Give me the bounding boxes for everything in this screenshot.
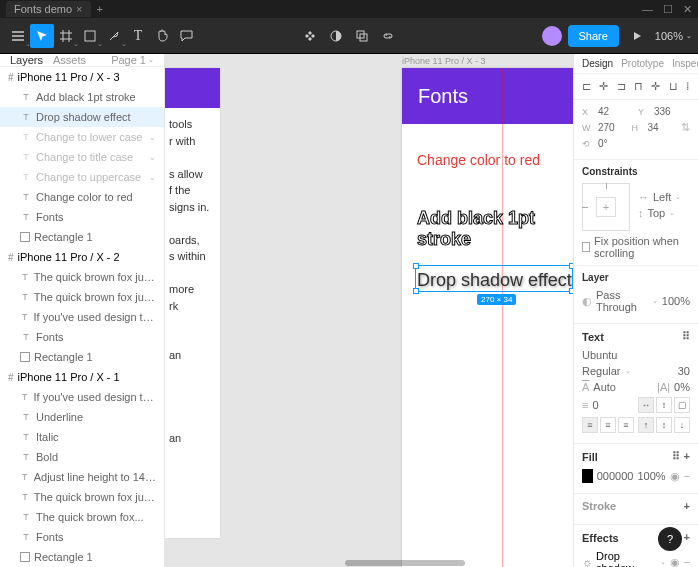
x-input[interactable]: 42 [598,106,634,117]
h-input[interactable]: 34 [648,122,678,133]
layer-item[interactable]: TIf you've used design tools be... [0,307,164,327]
close-tab-icon[interactable]: × [76,3,82,15]
layer-item[interactable]: TUnderline [0,407,164,427]
fill-visibility-icon[interactable]: ◉ [670,470,680,483]
layer-item[interactable]: TDrop shadow effect [0,107,164,127]
hand-tool[interactable] [150,24,174,48]
add-fill-icon[interactable]: + [684,450,690,463]
constraint-h[interactable]: Left [653,191,671,203]
chevron-down-icon[interactable]: ⌄ [149,173,156,182]
frame-layer[interactable]: #iPhone 11 Pro / X - 1 [0,367,164,387]
text-valign-top-icon[interactable]: ↑ [638,417,654,433]
effect-settings-icon[interactable]: ☼ [582,556,592,567]
layer-item[interactable]: TThe quick brown fox jumped.... [0,287,164,307]
add-effect-icon[interactable]: + [684,531,690,544]
effect-1[interactable]: Drop shadow [596,550,655,567]
frame-tool[interactable] [54,24,78,48]
layer-item[interactable]: TThe quick brown fox jumped.... [0,487,164,507]
tab-assets[interactable]: Assets [53,54,86,66]
layer-item[interactable]: TChange color to red [0,187,164,207]
minimize-icon[interactable]: — [642,3,653,16]
boolean-tool[interactable] [350,24,374,48]
tab-prototype[interactable]: Prototype [621,58,664,69]
move-tool[interactable] [30,24,54,48]
add-stroke-icon[interactable]: + [684,500,690,512]
tab-layers[interactable]: Layers [10,54,43,66]
text-align-left-icon[interactable]: ≡ [582,417,598,433]
canvas[interactable]: tools r with s allow f the signs in. oar… [165,54,573,567]
align-left-icon[interactable]: ⊏ [582,80,591,93]
text-align-center-icon[interactable]: ≡ [600,417,616,433]
layer-item[interactable]: TBold [0,447,164,467]
align-hcenter-icon[interactable]: ✛ [599,80,608,93]
fixed-size-icon[interactable]: ▢ [674,397,690,413]
add-tab-button[interactable]: + [97,3,103,15]
layer-item[interactable]: TChange to title case⌄ [0,147,164,167]
comment-tool[interactable] [174,24,198,48]
layer-item[interactable]: TItalic [0,427,164,447]
autoheight-icon[interactable]: ↕ [656,397,672,413]
component-tool[interactable] [298,24,322,48]
pen-tool[interactable] [102,24,126,48]
fill-hex[interactable]: 000000 [597,470,634,482]
tab-design[interactable]: Design [582,58,613,69]
font-family[interactable]: Ubuntu [582,349,617,361]
line-height[interactable]: Auto [593,381,616,393]
font-size[interactable]: 30 [678,365,690,377]
layer-opacity[interactable]: 100% [662,295,690,307]
link-tool[interactable] [376,24,400,48]
text-valign-bot-icon[interactable]: ↓ [674,417,690,433]
stroke-text-layer[interactable]: Add black 1pt stroke [417,208,573,250]
menu-button[interactable] [6,24,30,48]
align-top-icon[interactable]: ⊓ [634,80,643,93]
document-tab[interactable]: Fonts demo × [6,1,91,17]
maximize-icon[interactable]: ☐ [663,3,673,16]
text-valign-mid-icon[interactable]: ↕ [656,417,672,433]
remove-fill-icon[interactable]: − [684,470,690,482]
link-wh-icon[interactable]: ⇅ [681,121,690,134]
align-vcenter-icon[interactable]: ✛ [651,80,660,93]
w-input[interactable]: 270 [598,122,628,133]
layer-item[interactable]: TChange to lower case⌄ [0,127,164,147]
chevron-down-icon[interactable]: ⌄ [149,133,156,142]
help-button[interactable]: ? [658,527,682,551]
adjacent-frame[interactable]: tools r with s allow f the signs in. oar… [165,68,220,538]
y-input[interactable]: 336 [654,106,690,117]
text-tool[interactable]: T [126,24,150,48]
remove-effect-icon[interactable]: − [684,556,690,567]
layer-item[interactable]: TAdd black 1pt stroke [0,87,164,107]
layer-item[interactable]: TFonts [0,207,164,227]
tab-inspect[interactable]: Inspect [672,58,698,69]
frame-layer[interactable]: #iPhone 11 Pro / X - 3 [0,67,164,87]
align-bottom-icon[interactable]: ⊔ [669,80,678,93]
artboard-bg[interactable] [402,68,573,567]
letter-spacing[interactable]: 0% [674,381,690,393]
effect-visibility-icon[interactable]: ◉ [670,556,680,568]
frame-label[interactable]: iPhone 11 Pro / X - 3 [402,56,486,66]
layer-item[interactable]: Rectangle 1 [0,227,164,247]
blend-mode[interactable]: Pass Through [596,289,648,313]
rotation-input[interactable]: 0° [598,138,690,149]
constraints-widget[interactable]: + [582,183,630,231]
layer-item[interactable]: TChange to uppercase⌄ [0,167,164,187]
shape-tool[interactable] [78,24,102,48]
layer-item[interactable]: TAdjust line height to 140% an... [0,467,164,487]
fill-opacity[interactable]: 100% [637,470,665,482]
fill-style-icon[interactable]: ⠿ [672,450,680,463]
style-icon[interactable]: ⠿ [682,330,690,343]
present-button[interactable] [625,24,649,48]
layer-item[interactable]: TThe quick brown fox jumped.... [0,267,164,287]
horizontal-scrollbar[interactable] [165,560,573,567]
red-text-layer[interactable]: Change color to red [417,152,540,168]
chevron-down-icon[interactable]: ⌄ [149,153,156,162]
layer-item[interactable]: TThe quick brown fox... [0,507,164,527]
page-selector[interactable]: Page 1 ⌄ [111,54,154,66]
fix-scroll-checkbox[interactable]: Fix position when scrolling [582,235,690,259]
zoom-control[interactable]: 106%⌄ [655,30,692,42]
frame-layer[interactable]: #iPhone 11 Pro / X - 2 [0,247,164,267]
fill-color-swatch[interactable] [582,469,593,483]
close-window-icon[interactable]: ✕ [683,3,692,16]
layer-item[interactable]: Rectangle 1 [0,347,164,367]
layer-item[interactable]: TIf you've used design tools be... [0,387,164,407]
mask-tool[interactable] [324,24,348,48]
